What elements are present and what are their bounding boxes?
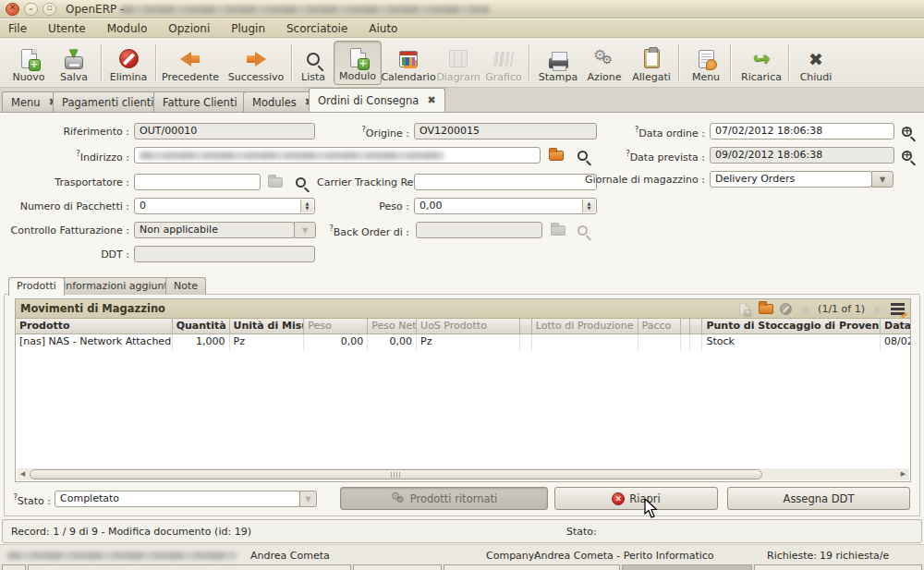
notebook-tab-prodotti[interactable]: Prodotti: [8, 277, 65, 296]
notebook-tab-note[interactable]: Note: [165, 277, 206, 295]
menu-opzioni[interactable]: Opzioni: [165, 21, 213, 36]
notebook: Prodotti Informazioni aggiuntive Note Mo…: [4, 294, 920, 516]
title-bar: ✕ ⌄ ▫ OpenERP -: [0, 0, 924, 18]
controllo-fatturazione-field: Non applicabile: [134, 222, 295, 238]
trasportatore-search-button[interactable]: [292, 174, 309, 190]
reload-button[interactable]: ↪ Ricarica: [736, 41, 786, 85]
pacchetti-spinner[interactable]: ▲▼: [300, 200, 313, 212]
column-header[interactable]: Quantità: [173, 319, 230, 334]
indirizzo-field[interactable]: [134, 147, 541, 164]
menu-scorciatoie[interactable]: Scorciatoie: [284, 21, 350, 36]
folder-icon: [268, 177, 283, 188]
action-button[interactable]: Azione: [583, 41, 626, 85]
delete-button[interactable]: Elimina: [105, 41, 152, 85]
riferimento-field: OUT/00010: [134, 123, 315, 139]
save-button[interactable]: Salva: [53, 41, 95, 85]
menu-utente[interactable]: Utente: [45, 21, 89, 36]
cell-uos-prodotto: Pz: [417, 334, 520, 350]
tab-ordini-di-consegna[interactable]: Ordini di Consegna✖: [309, 88, 445, 112]
list-view-button[interactable]: Lista: [295, 41, 332, 85]
bottom-scroll-thumb: [622, 564, 752, 570]
stato-dropdown-icon[interactable]: [299, 491, 317, 507]
table-row[interactable]: [nas] NAS - Network Attached Storage 1,0…: [16, 334, 910, 350]
graph-view-button: Grafico: [482, 41, 525, 85]
column-header[interactable]: Lotto di Produzione: [532, 319, 638, 334]
cell-punto-stoccaggio: Stock: [702, 334, 881, 350]
form-view-button[interactable]: Modulo: [334, 41, 382, 85]
form-view-icon: [350, 48, 366, 67]
column-header[interactable]: Peso Netto: [368, 319, 417, 334]
menu-file[interactable]: File: [6, 21, 30, 36]
data-prevista-calendar-button[interactable]: [898, 147, 915, 164]
menu-view-button[interactable]: Menu: [685, 41, 727, 85]
menu-modulo[interactable]: Modulo: [104, 21, 151, 36]
column-header[interactable]: Peso: [304, 319, 368, 334]
column-header[interactable]: Pacco: [638, 319, 682, 334]
column-header[interactable]: [681, 319, 690, 334]
new-button[interactable]: Nuovo: [7, 41, 50, 85]
cell-pacco: [638, 334, 682, 350]
attachments-button[interactable]: Allegati: [627, 41, 675, 85]
menu-plugin[interactable]: Plugin: [228, 21, 268, 36]
column-header[interactable]: Data: [881, 319, 910, 334]
cell-peso: 0,00: [304, 334, 368, 350]
column-header[interactable]: UoS Prodotto: [417, 319, 520, 334]
peso-spinner[interactable]: ▲▼: [582, 200, 595, 212]
column-header[interactable]: Unità di Misura: [230, 319, 305, 334]
carrier-tracking-field[interactable]: [414, 174, 597, 190]
indirizzo-open-button[interactable]: [548, 147, 565, 164]
switch-view-icon[interactable]: [891, 303, 905, 315]
backorder-label: ?Back Order di :: [317, 224, 409, 238]
peso-field[interactable]: 0,00 ▲▼: [414, 198, 597, 214]
scroll-left-icon[interactable]: ◀: [17, 468, 29, 480]
cell-prodotto: [nas] NAS - Network Attached Storage: [16, 334, 173, 350]
calendar-icon: [399, 51, 418, 67]
cell-data: 08/02,: [881, 334, 910, 350]
numero-pacchetti-field[interactable]: 0 ▲▼: [134, 198, 315, 214]
cell-empty: [690, 334, 702, 350]
controllo-dropdown-icon: [294, 222, 316, 238]
delete-row-icon: [780, 303, 792, 315]
indirizzo-label: ?Indirizzo :: [37, 150, 129, 164]
trasportatore-field[interactable]: [134, 174, 261, 190]
column-header[interactable]: [690, 319, 702, 334]
diagram-icon: [449, 50, 468, 67]
window-minimize-button[interactable]: ⌄: [24, 3, 38, 16]
table-header: Prodotto Quantità Unità di Misura Peso P…: [16, 319, 910, 334]
calendar-view-button[interactable]: Calendario: [383, 41, 434, 85]
column-header[interactable]: [520, 319, 532, 334]
scrollbar-thumb[interactable]: [30, 469, 762, 479]
data-ordine-calendar-button[interactable]: [898, 123, 915, 139]
giornale-field[interactable]: Delivery Orders: [710, 171, 872, 188]
riapri-button[interactable]: Riapri: [554, 487, 718, 510]
origine-field: OV1200015: [414, 123, 597, 139]
reopen-red-x-icon: [612, 492, 625, 505]
numero-pacchetti-label: Numero di Pacchetti :: [18, 200, 129, 212]
horizontal-scrollbar[interactable]: ◀ ▶: [17, 468, 909, 480]
previous-button[interactable]: Precedente: [159, 41, 222, 85]
next-button[interactable]: Successivo: [225, 41, 287, 85]
indirizzo-search-button[interactable]: [574, 147, 590, 164]
toolbar: Nuovo Salva Elimina Precedente Successiv…: [0, 38, 924, 88]
column-header[interactable]: Punto di Stoccaggio di Provenienza: [702, 319, 881, 334]
menu-aiuto[interactable]: Aiuto: [366, 21, 400, 36]
window-maximize-button[interactable]: ▫: [43, 3, 56, 16]
data-ordine-field[interactable]: 07/02/2012 18:06:38: [710, 123, 894, 139]
stato-field[interactable]: Completato: [55, 491, 300, 507]
print-icon: [549, 58, 568, 68]
scroll-right-icon[interactable]: ▶: [897, 468, 909, 480]
backorder-field: [416, 222, 542, 238]
blurred-title-text: [120, 6, 490, 14]
assegna-ddt-button[interactable]: Assegna DDT: [727, 487, 910, 510]
bottom-strip: [0, 564, 924, 570]
riferimento-label: Riferimento :: [18, 126, 129, 138]
print-button[interactable]: Stampa: [536, 41, 580, 85]
window-close-button[interactable]: ✕: [6, 3, 19, 16]
column-header[interactable]: Prodotto: [16, 319, 173, 334]
close-tab-button[interactable]: ✖ Chiudi: [793, 41, 839, 85]
arrow-right-icon: [245, 52, 267, 67]
new-row-icon: [739, 302, 749, 314]
giornale-dropdown-icon[interactable]: [871, 171, 894, 188]
tab-close-icon[interactable]: ✖: [427, 96, 435, 105]
open-row-icon[interactable]: [759, 304, 773, 314]
